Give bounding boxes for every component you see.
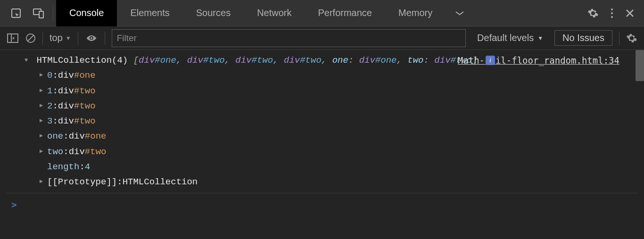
object-entry[interactable]: ▶two: div#two	[40, 144, 638, 159]
prompt-chevron-icon: >	[11, 199, 17, 210]
disclosure-triangle-icon: ▶	[40, 86, 47, 95]
svg-point-6	[611, 16, 613, 18]
disclosure-triangle-icon: ▶	[40, 70, 47, 80]
separator	[619, 32, 619, 45]
svg-point-11	[91, 37, 92, 39]
disclosure-triangle-icon: ▶	[40, 147, 47, 156]
svg-line-10	[28, 35, 33, 41]
entry-tag: div	[69, 144, 85, 159]
disclosure-triangle-icon: ▶	[40, 177, 47, 186]
entry-tag: div	[58, 68, 74, 83]
tabs-overflow-icon[interactable]	[446, 0, 474, 26]
disclosure-triangle-icon[interactable]: ▼	[25, 56, 31, 65]
separator	[78, 32, 78, 45]
tab-console[interactable]: Console	[56, 0, 117, 26]
svg-point-4	[611, 8, 613, 10]
entry-id: #two	[74, 99, 96, 114]
chevron-down-icon: ▼	[66, 35, 71, 41]
object-entry[interactable]: ▶0: div#one	[40, 68, 638, 83]
console-prompt[interactable]: >	[6, 193, 638, 216]
disclosure-triangle-icon: ▶	[40, 101, 47, 110]
object-entry[interactable]: ▶2: div#two	[40, 99, 638, 114]
tab-performance[interactable]: Performance	[305, 0, 386, 26]
entry-tag: div	[58, 114, 74, 129]
console-toolbar: top ▼ Default levels ▼ No Issues	[0, 26, 644, 50]
entry-tag: div	[58, 99, 74, 114]
entry-value: 4	[85, 159, 90, 174]
disclosure-triangle-icon: ▶	[40, 131, 47, 140]
object-count: (4)	[112, 55, 128, 66]
object-entry[interactable]: ▶3: div#two	[40, 114, 638, 129]
entry-key: two	[47, 144, 63, 159]
entry-tag: div	[58, 83, 74, 99]
kebab-menu-icon[interactable]	[610, 8, 614, 19]
tab-network[interactable]: Network	[244, 0, 305, 26]
object-entry[interactable]: ▶[[Prototype]]: HTMLCollection	[40, 174, 638, 190]
issues-button[interactable]: No Issues	[554, 30, 612, 46]
entry-id: #two	[74, 83, 96, 99]
entry-key: one	[47, 129, 63, 144]
log-levels-label: Default levels	[477, 33, 534, 43]
entry-id: #one	[85, 129, 107, 144]
source-link[interactable]: Math-ceil-floor_random.html:34	[458, 53, 619, 68]
devtools-tabbar: Console Elements Sources Network Perform…	[0, 0, 644, 26]
scrollbar-thumb[interactable]	[636, 50, 644, 81]
context-selector-label: top	[50, 33, 63, 43]
entry-key: length	[47, 159, 79, 174]
separator	[53, 5, 53, 22]
context-selector[interactable]: top ▼	[50, 33, 71, 43]
chevron-down-icon: ▼	[537, 35, 543, 41]
entry-id: #one	[74, 68, 96, 83]
svg-rect-2	[39, 11, 43, 18]
console-settings-gear-icon[interactable]	[626, 33, 637, 44]
show-console-sidebar-icon[interactable]	[7, 33, 19, 43]
tab-memory[interactable]: Memory	[385, 0, 446, 26]
object-entry[interactable]: ▶one: div#one	[40, 129, 638, 144]
entry-tag: div	[69, 129, 85, 144]
separator	[42, 32, 43, 45]
object-entry[interactable]: length: 4	[40, 159, 638, 174]
gear-icon[interactable]	[587, 8, 599, 19]
device-toggle-icon[interactable]	[27, 0, 50, 26]
object-entries: ▶0: div#one▶1: div#two▶2: div#two▶3: div…	[6, 68, 638, 190]
disclosure-triangle-icon: ▶	[40, 116, 47, 125]
entry-key: 2	[47, 99, 52, 114]
console-output: Math-ceil-floor_random.html:34 ▼ HTMLCol…	[0, 50, 644, 216]
clear-console-icon[interactable]	[25, 33, 36, 43]
close-icon[interactable]	[625, 8, 635, 18]
info-badge-icon[interactable]: i	[486, 56, 495, 65]
object-type: HTMLCollection	[36, 55, 112, 66]
log-levels-selector[interactable]: Default levels ▼	[472, 33, 548, 43]
entry-key: 0	[47, 68, 52, 83]
entry-id: #two	[74, 114, 96, 129]
entry-key: 3	[47, 114, 52, 129]
inspect-icon[interactable]	[5, 0, 27, 26]
svg-point-5	[611, 12, 613, 14]
svg-rect-0	[12, 9, 20, 17]
entry-key: 1	[47, 83, 52, 99]
filter-input[interactable]	[112, 29, 466, 47]
tab-elements[interactable]: Elements	[117, 0, 182, 26]
entry-key: [[Prototype]]	[47, 174, 117, 190]
entry-value: HTMLCollection	[123, 174, 198, 190]
live-expression-icon[interactable]	[85, 34, 98, 42]
entry-id: #two	[85, 144, 107, 159]
separator	[105, 32, 105, 45]
object-entry[interactable]: ▶1: div#two	[40, 83, 638, 99]
tab-sources[interactable]: Sources	[183, 0, 244, 26]
